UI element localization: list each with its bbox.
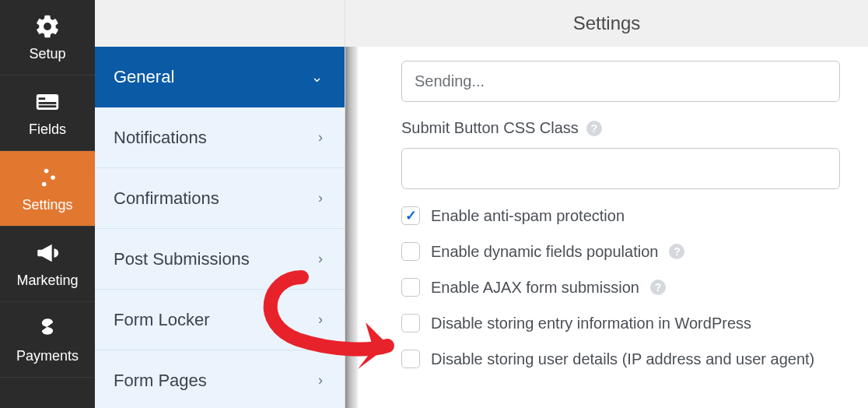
checkbox-icon	[401, 242, 420, 261]
checkbox-dynamic-fields[interactable]: Enable dynamic fields population ?	[401, 242, 840, 261]
navrail-item-setup[interactable]: Setup	[0, 0, 95, 76]
css-class-label: Submit Button CSS Class	[401, 119, 579, 137]
checkbox-label: Enable anti-spam protection	[431, 207, 625, 225]
page-title: Settings	[345, 0, 868, 47]
navrail-item-payments[interactable]: Payments	[0, 302, 95, 378]
navrail-item-settings[interactable]: Settings	[0, 151, 95, 227]
navrail-label: Fields	[29, 121, 66, 138]
chevron-down-icon: ⌄	[311, 69, 323, 86]
settings-subnav: General ⌄ Notifications › Confirmations …	[95, 0, 345, 408]
subnav-label: General	[114, 67, 174, 87]
chevron-right-icon: ›	[318, 190, 323, 206]
checkbox-label: Disable storing entry information in Wor…	[431, 315, 751, 332]
checkbox-label: Enable AJAX form submission	[431, 279, 639, 297]
svg-point-4	[44, 168, 49, 173]
navrail-label: Setup	[29, 46, 65, 62]
subnav-label: Form Pages	[114, 371, 207, 391]
checkbox-antispam[interactable]: Enable anti-spam protection	[401, 206, 840, 225]
navrail-item-fields[interactable]: Fields	[0, 76, 95, 151]
subnav-item-confirmations[interactable]: Confirmations ›	[95, 168, 345, 229]
subnav-label: Notifications	[114, 128, 207, 148]
checkbox-disable-entry-storage[interactable]: Disable storing entry information in Wor…	[401, 314, 840, 332]
help-icon[interactable]: ?	[669, 244, 684, 259]
checkbox-icon	[401, 314, 420, 332]
checkbox-label: Enable dynamic fields population	[431, 243, 658, 261]
sliders-icon	[34, 164, 61, 191]
navrail-label: Settings	[22, 197, 72, 213]
svg-rect-1	[39, 97, 46, 100]
checkbox-ajax-submission[interactable]: Enable AJAX form submission ?	[401, 278, 840, 297]
subnav-item-general[interactable]: General ⌄	[95, 47, 345, 107]
checkbox-disable-user-details[interactable]: Disable storing user details (IP address…	[401, 350, 840, 368]
help-icon[interactable]: ?	[586, 121, 602, 136]
subnav-item-form-locker[interactable]: Form Locker ›	[95, 290, 345, 350]
general-settings-panel: Submit Button CSS Class ? Enable anti-sp…	[358, 47, 868, 408]
subnav-item-notifications[interactable]: Notifications ›	[95, 107, 345, 168]
subnav-item-post-submissions[interactable]: Post Submissions ›	[95, 229, 345, 290]
navrail-label: Marketing	[16, 273, 78, 289]
chevron-right-icon: ›	[318, 129, 323, 146]
subnav-label: Form Locker	[114, 310, 209, 330]
subnav-item-form-pages[interactable]: Form Pages ›	[95, 350, 345, 408]
svg-rect-2	[39, 102, 57, 104]
checkbox-icon	[401, 206, 420, 225]
svg-point-5	[51, 175, 55, 180]
navrail-item-marketing[interactable]: Marketing	[0, 227, 95, 302]
gear-icon	[34, 13, 61, 40]
help-icon[interactable]: ?	[650, 280, 666, 295]
css-class-input[interactable]	[401, 148, 840, 189]
megaphone-icon	[34, 240, 61, 266]
checkbox-icon	[401, 278, 420, 297]
svg-rect-3	[39, 105, 57, 107]
checkbox-label: Disable storing user details (IP address…	[431, 350, 814, 368]
subnav-label: Post Submissions	[114, 249, 250, 269]
chevron-right-icon: ›	[318, 372, 323, 389]
chevron-right-icon: ›	[318, 251, 323, 267]
panel-edge-shadow	[345, 47, 358, 408]
subnav-label: Confirmations	[114, 188, 219, 209]
chevron-right-icon: ›	[318, 311, 323, 328]
form-fields-icon	[34, 89, 61, 115]
nav-rail: Setup Fields Settings Marketing Payments	[0, 0, 95, 408]
dollar-icon	[34, 315, 61, 342]
checkbox-icon	[401, 350, 420, 368]
submit-button-text-input[interactable]	[401, 61, 840, 102]
svg-point-6	[42, 181, 47, 186]
navrail-label: Payments	[16, 348, 79, 364]
